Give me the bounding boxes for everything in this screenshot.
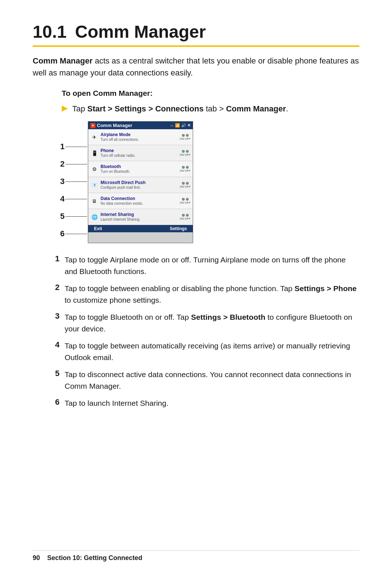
internetsharing-off-label: OFF (185, 217, 191, 220)
phone-start-icon: ✦ (90, 123, 95, 128)
dataconn-on-dot (182, 198, 185, 201)
callout-4: 4 (54, 194, 65, 204)
phone-toggle[interactable]: ON OFF (180, 150, 191, 156)
num-1-text: Tap to toggle Airplane mode on or off. T… (65, 254, 359, 277)
callout-line-3 (65, 181, 87, 182)
diagram-container: 1 2 3 4 5 6 ✦ Comm Manager (54, 121, 359, 243)
dataconn-icon: 🖥 (90, 197, 98, 205)
directpush-icon: 📧 (90, 181, 98, 189)
num-5-label: 5 (47, 369, 60, 378)
title-text: Comm Manager (75, 22, 206, 41)
footer-page-num: 90 (33, 554, 40, 561)
dataconn-off-dot (186, 198, 189, 201)
phone-row-3[interactable]: ⚙ Bluetooth Turn on Bluetooth. ON OFF (88, 161, 193, 177)
internetsharing-on-label: ON (180, 217, 184, 220)
bluetooth-title: Bluetooth (101, 164, 180, 169)
airplane-toggle-dots (182, 134, 189, 137)
num-2-text: Tap to toggle between enabling or disabl… (65, 283, 359, 306)
phone-row-5[interactable]: 🖥 Data Connection No data connection exi… (88, 193, 193, 209)
directpush-on-dot (182, 182, 185, 185)
airplane-off-label: OFF (185, 137, 191, 140)
settings-button[interactable]: Settings (170, 226, 187, 231)
phone-signal-icon: ↔ (170, 123, 174, 128)
airplane-toggle[interactable]: ON OFF (180, 134, 191, 140)
num-item-1: 1 Tap to toggle Airplane mode on or off.… (47, 254, 359, 277)
callout-6: 6 (54, 229, 65, 238)
internetsharing-off-dot (186, 214, 189, 217)
dataconn-toggle[interactable]: ON OFF (180, 198, 191, 204)
phone-sub: Turn off cellular radio. (101, 154, 180, 158)
phone-wifi-icon: 📶 (175, 123, 180, 128)
phone-icon: 📱 (90, 149, 98, 157)
directpush-toggle-dots (182, 182, 189, 185)
callout-line-5 (65, 216, 87, 217)
phone-row-4[interactable]: 📧 Microsoft Direct Push Configure push m… (88, 177, 193, 193)
internetsharing-title: Internet Sharing (101, 212, 180, 217)
num-4-text: Tap to toggle between automatically rece… (65, 340, 359, 363)
sub-heading: To open Comm Manager: (62, 89, 359, 98)
callout-2: 2 (54, 159, 65, 169)
footer-section-label: Section 10: Getting Connected (47, 554, 142, 561)
bullet-bold1: Start > Settings > Connections (87, 104, 204, 113)
bullet-text: Tap Start > Settings > Connections tab >… (72, 103, 288, 115)
phone-toggle-labels: ON OFF (180, 153, 191, 156)
num-item-5: 5 Tap to disconnect active data connecti… (47, 369, 359, 392)
exit-button[interactable]: Exit (94, 226, 102, 231)
num-item-6: 6 Tap to launch Internet Sharing. (47, 397, 359, 409)
dataconn-title: Data Connection (101, 196, 180, 201)
num-2-bold: Settings > Phone (295, 284, 357, 293)
directpush-text: Microsoft Direct Push Configure push mai… (101, 180, 180, 189)
airplane-on-label: ON (180, 137, 184, 140)
callout-line-2 (65, 164, 87, 164)
num-6-text: Tap to launch Internet Sharing. (65, 397, 168, 409)
airplane-icon: ✈ (90, 133, 98, 141)
phone-row-6[interactable]: 🌐 Internet Sharing Launch Internet Shari… (88, 209, 193, 225)
phone-row-1[interactable]: ✈ Airplane Mode Turn off all connections… (88, 129, 193, 145)
callout-row-4: 4 (54, 191, 88, 207)
callout-line-1 (65, 147, 87, 147)
phone-titlebar-icons: ↔ 📶 🔊 ✕ (170, 123, 191, 128)
phone-row-2[interactable]: 📱 Phone Turn off cellular radio. ON OFF (88, 145, 193, 161)
num-5-text: Tap to disconnect active data connection… (65, 369, 359, 392)
internetsharing-toggle-dots (182, 214, 189, 217)
phone-close-icon: ✕ (187, 123, 191, 128)
footer-text: 90 Section 10: Getting Connected (33, 554, 142, 562)
internetsharing-sub: Launch Internet Sharing. (101, 217, 180, 222)
directpush-sub: Configure push mail first. (101, 185, 180, 190)
dataconn-off-label: OFF (185, 201, 191, 204)
num-3-text: Tap to toggle Bluetooth on or off. Tap S… (65, 311, 359, 334)
phone-titlebar-text: Comm Manager (97, 123, 132, 128)
internetsharing-toggle[interactable]: ON OFF (180, 214, 191, 220)
intro-paragraph: Comm Manager acts as a central switcher … (33, 55, 359, 79)
callout-row-6: 6 (54, 226, 88, 242)
callout-row-2: 2 (54, 156, 88, 172)
section-number: 10.1 (33, 22, 66, 41)
airplane-title: Airplane Mode (101, 132, 180, 137)
num-item-3: 3 Tap to toggle Bluetooth on or off. Tap… (47, 311, 359, 334)
directpush-toggle[interactable]: ON OFF (180, 182, 191, 188)
bluetooth-text: Bluetooth Turn on Bluetooth. (101, 164, 180, 173)
numbered-list: 1 Tap to toggle Airplane mode on or off.… (47, 254, 359, 409)
bluetooth-toggle[interactable]: ON OFF (180, 166, 191, 172)
callout-1: 1 (54, 142, 65, 151)
num-3-label: 3 (47, 311, 60, 321)
num-item-4: 4 Tap to toggle between automatically re… (47, 340, 359, 363)
bluetooth-on-label: ON (180, 169, 184, 172)
airplane-off-dot (186, 134, 189, 137)
phone-toggle-dots (182, 150, 189, 153)
internetsharing-on-dot (182, 214, 185, 217)
phone-on-label: ON (180, 153, 184, 156)
directpush-off-dot (186, 182, 189, 185)
bullet-item: ▶ Tap Start > Settings > Connections tab… (62, 103, 359, 115)
dataconn-toggle-labels: ON OFF (180, 201, 191, 204)
directpush-on-label: ON (180, 185, 184, 188)
bluetooth-off-label: OFF (185, 169, 191, 172)
phone-on-dot (182, 150, 185, 153)
page-footer: 90 Section 10: Getting Connected (33, 550, 359, 562)
intro-bold: Comm Manager (33, 56, 93, 65)
dataconn-sub: No data connection exists. (101, 201, 180, 206)
num-6-label: 6 (47, 397, 60, 407)
directpush-off-label: OFF (185, 185, 191, 188)
phone-bottom-bar: Exit Settings (88, 225, 193, 232)
num-1-label: 1 (47, 254, 60, 264)
